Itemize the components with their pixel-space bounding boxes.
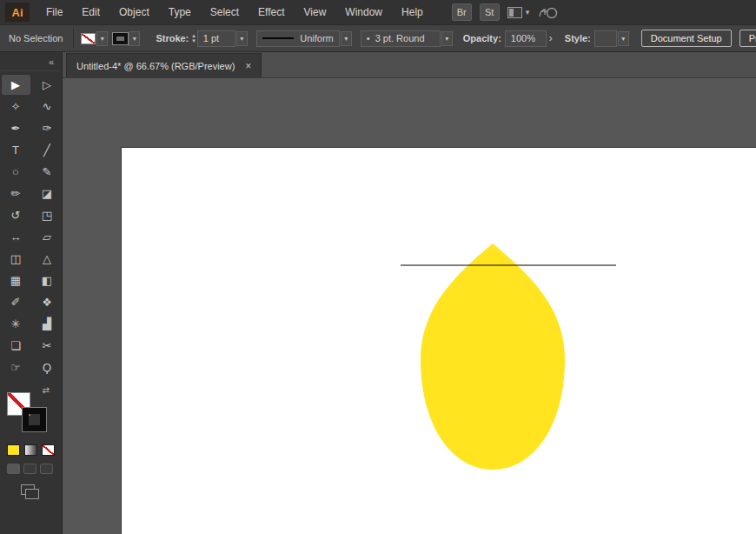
curvature-tool[interactable]: ✑ [33, 118, 62, 138]
bridge-button[interactable]: Br [452, 3, 472, 21]
width-profile-field[interactable]: Uniform [256, 30, 340, 47]
workspace-switcher[interactable]: ▾ [507, 7, 530, 18]
opacity-field[interactable]: 100% [505, 30, 547, 47]
document-tab[interactable]: Untitled-4* @ 66.67% (RGB/Preview) × [66, 53, 262, 77]
width-profile-value: Uniform [300, 33, 334, 43]
shape-builder-tool[interactable]: ◫ [2, 249, 30, 269]
perspective-grid-tool[interactable]: △ [33, 249, 62, 269]
menu-window[interactable]: Window [335, 0, 392, 24]
document-setup-button[interactable]: Document Setup [641, 30, 732, 47]
opacity-value: 100% [511, 33, 535, 43]
control-bar: No Selection ▾ ▾ Stroke: ▴ ▾ 1 pt ▾ Unif… [0, 24, 756, 52]
stroke-color-dropdown[interactable]: ▾ [113, 31, 140, 46]
menu-object[interactable]: Object [109, 0, 159, 24]
pencil-tool[interactable]: ✏ [2, 184, 30, 204]
lasso-tool[interactable]: ∿ [33, 97, 62, 117]
symbol-sprayer-tool[interactable]: ✳ [2, 314, 30, 334]
screen-mode-button[interactable] [21, 484, 35, 495]
draw-behind-button[interactable] [23, 464, 36, 474]
scale-tool[interactable]: ◳ [33, 205, 62, 225]
menu-file[interactable]: File [36, 0, 72, 24]
eyedropper-tool[interactable]: ✐ [2, 292, 30, 312]
ellipse-tool[interactable]: ○ [2, 162, 30, 182]
canvas-area[interactable] [63, 78, 756, 534]
main-area: « ▶▷✧∿✒✑T╱○✎✏◪↺◳↔▱◫△▦◧✐❖✳▟❏✂☞Ϙ ⇄ Untitle… [0, 52, 756, 534]
menu-view[interactable]: View [295, 0, 336, 24]
opacity-flyout-icon[interactable]: › [549, 32, 553, 44]
stroke-weight-stepper[interactable]: ▴ ▾ [192, 33, 196, 43]
free-transform-tool[interactable]: ▱ [33, 227, 62, 247]
document-tab-strip: Untitled-4* @ 66.67% (RGB/Preview) × [63, 52, 756, 78]
menu-bar: Ai FileEditObjectTypeSelectEffectViewWin… [0, 0, 756, 24]
rotate-tool[interactable]: ↺ [2, 205, 30, 225]
document-tab-title: Untitled-4* @ 66.67% (RGB/Preview) [76, 61, 235, 71]
chevron-down-icon[interactable]: ▾ [129, 31, 140, 46]
fill-color-dropdown[interactable]: ▾ [81, 31, 108, 46]
slice-tool[interactable]: ✂ [33, 336, 62, 356]
line-segment-tool[interactable]: ╱ [33, 140, 62, 160]
draw-inside-button[interactable] [40, 464, 53, 474]
draw-normal-button[interactable] [7, 464, 20, 474]
style-dropdown[interactable]: ▾ [618, 31, 629, 46]
width-profile-dropdown[interactable]: ▾ [341, 31, 352, 46]
tools-panel: « ▶▷✧∿✒✑T╱○✎✏◪↺◳↔▱◫△▦◧✐❖✳▟❏✂☞Ϙ ⇄ [0, 52, 63, 534]
pen-tool[interactable]: ✒ [2, 118, 30, 138]
blend-tool[interactable]: ❖ [33, 292, 62, 312]
menu-effect[interactable]: Effect [249, 0, 294, 24]
type-tool[interactable]: T [2, 140, 30, 160]
mesh-tool[interactable]: ▦ [2, 270, 30, 290]
menu-edit[interactable]: Edit [72, 0, 109, 24]
collapse-panel-icon[interactable]: « [49, 57, 54, 67]
color-button[interactable] [7, 444, 20, 456]
gradient-button[interactable] [24, 444, 37, 456]
brush-definition-field[interactable]: • 3 pt. Round [361, 30, 441, 47]
menu-select[interactable]: Select [201, 0, 249, 24]
tools-grid: ▶▷✧∿✒✑T╱○✎✏◪↺◳↔▱◫△▦◧✐❖✳▟❏✂☞Ϙ [0, 71, 62, 378]
brush-dot-icon: • [367, 33, 370, 43]
hand-tool[interactable]: ☞ [2, 357, 30, 377]
eraser-tool[interactable]: ◪ [33, 184, 62, 204]
color-mode-row [0, 436, 62, 456]
menu-type[interactable]: Type [159, 0, 201, 24]
menubar-right-cluster: Br St ▾ [452, 3, 559, 21]
stroke-weight-value: 1 pt [203, 33, 219, 43]
stroke-label: Stroke: [156, 33, 189, 43]
stock-button[interactable]: St [480, 3, 500, 21]
zoom-tool[interactable]: Ϙ [33, 357, 62, 377]
menu-items: FileEditObjectTypeSelectEffectViewWindow… [36, 0, 433, 24]
none-button[interactable] [42, 444, 55, 456]
style-field[interactable] [594, 30, 617, 47]
stroke-weight-field[interactable]: 1 pt [197, 30, 235, 47]
artboard-tool[interactable]: ❏ [2, 336, 30, 356]
brush-name: 3 pt. Round [375, 33, 425, 43]
magic-wand-tool[interactable]: ✧ [2, 97, 30, 117]
chevron-down-icon[interactable]: ▾ [96, 31, 108, 46]
close-tab-icon[interactable]: × [245, 60, 251, 72]
toolbar-collapse-row: « [0, 52, 62, 71]
yellow-leaf-shape[interactable] [421, 244, 565, 470]
width-tool[interactable]: ↔ [2, 227, 30, 247]
stroke-profile-line [262, 37, 294, 39]
style-label: Style: [565, 33, 591, 43]
opacity-label: Opacity: [463, 33, 501, 43]
preferences-button[interactable]: Preferences [739, 30, 756, 47]
direct-selection-tool[interactable]: ▷ [33, 75, 62, 95]
document-area: Untitled-4* @ 66.67% (RGB/Preview) × [63, 52, 756, 534]
stepper-down-icon[interactable]: ▾ [192, 38, 196, 43]
swap-fill-stroke-icon[interactable]: ⇄ [43, 385, 50, 395]
workspace-layout-icon [507, 7, 522, 18]
paintbrush-tool[interactable]: ✎ [33, 162, 62, 182]
drawing-modes-row [0, 456, 62, 474]
cs-live-icon[interactable] [537, 5, 558, 20]
selection-tool[interactable]: ▶ [2, 75, 30, 95]
gradient-tool[interactable]: ◧ [33, 270, 62, 290]
chevron-down-icon: ▾ [526, 8, 530, 17]
selection-status: No Selection [9, 33, 63, 43]
brush-definition-dropdown[interactable]: ▾ [441, 31, 453, 46]
menu-help[interactable]: Help [392, 0, 433, 24]
fill-stroke-indicator: ⇄ [7, 385, 62, 436]
stroke-weight-dropdown[interactable]: ▾ [236, 31, 248, 46]
artwork-layer [63, 78, 756, 534]
column-graph-tool[interactable]: ▟ [33, 314, 62, 334]
stroke-swatch[interactable] [23, 408, 46, 431]
